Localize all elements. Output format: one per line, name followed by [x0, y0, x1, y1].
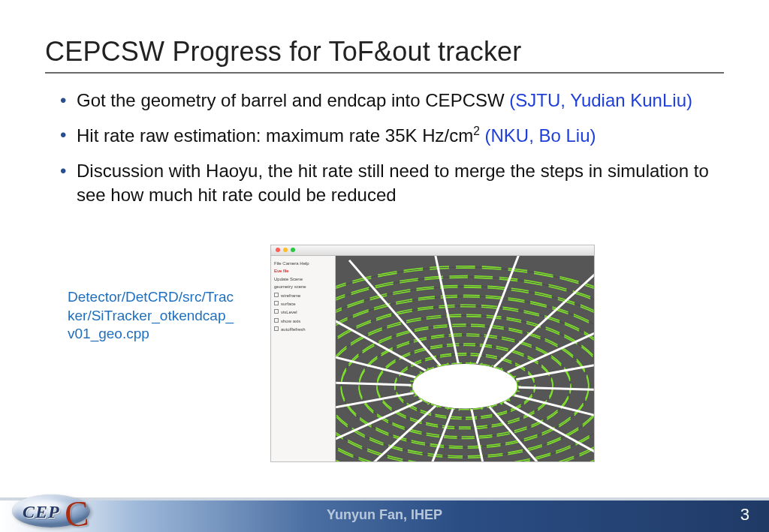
figure-sidebar: File Camera Help Eve file Update Scene g… — [271, 256, 336, 461]
svg-line-60 — [491, 365, 493, 367]
svg-line-46 — [427, 403, 430, 404]
bullet-item: Got the geometry of barrel and endcap in… — [60, 89, 724, 113]
svg-point-34 — [413, 364, 517, 409]
figure-viewport — [336, 256, 594, 461]
detector-svg — [336, 256, 594, 461]
sidebar-check-row: wireframe — [274, 293, 332, 299]
checkbox-icon — [274, 318, 279, 323]
footer: CEP C Yunyun Fan, IHEP 3 — [0, 493, 769, 532]
svg-line-81 — [508, 301, 594, 372]
sidebar-line: Update Scene — [274, 276, 332, 282]
svg-line-65 — [518, 387, 594, 393]
svg-line-64 — [516, 381, 520, 382]
footer-author: Yunyun Fan, IHEP — [0, 507, 769, 523]
figure-body: File Camera Help Eve file Update Scene g… — [271, 256, 594, 461]
svg-line-48 — [414, 395, 418, 396]
sidebar-line: Eve file — [274, 268, 332, 274]
svg-line-55 — [437, 365, 439, 367]
check-label: show axis — [281, 318, 300, 324]
svg-line-58 — [470, 362, 471, 364]
svg-line-43 — [459, 408, 460, 410]
checkbox-icon — [274, 301, 279, 305]
sidebar-check-row: visLevel — [274, 309, 332, 315]
svg-line-36 — [516, 391, 520, 392]
figure-titlebar — [271, 245, 594, 256]
sidebar-line: File Camera Help — [274, 260, 332, 266]
detector-figure: File Camera Help Eve file Update Scene g… — [270, 245, 595, 462]
svg-line-49 — [410, 391, 414, 392]
title-area: CEPCSW Progress for ToF&out tracker — [45, 36, 724, 74]
code-path-note: Detector/DetCRD/src/Tracker/SiTracker_ot… — [68, 288, 240, 344]
svg-line-73 — [336, 393, 414, 428]
sidebar-check-row: show axis — [274, 318, 332, 324]
bullet-text: Hit rate raw estimation: maximum rate 35… — [77, 125, 473, 146]
title-underline — [45, 72, 724, 74]
bullet-text-post — [480, 125, 485, 146]
check-label: wireframe — [281, 293, 300, 299]
bullet-credit: (SJTU, Yudian KunLiu) — [509, 90, 692, 110]
sidebar-line: geometry scene — [274, 284, 332, 290]
check-label: surface — [281, 301, 296, 307]
check-label: visLevel — [281, 309, 297, 315]
bullet-item: Hit rate raw estimation: maximum rate 35… — [60, 123, 724, 148]
svg-line-53 — [420, 371, 423, 373]
check-label: autoRefresh — [281, 326, 306, 332]
svg-line-82 — [516, 344, 594, 380]
svg-line-51 — [410, 381, 414, 382]
slide: CEPCSW Progress for ToF&out tracker Got … — [0, 0, 769, 532]
bullet-list: Got the geometry of barrel and endcap in… — [60, 89, 724, 218]
sidebar-check-row: surface — [274, 301, 332, 307]
checkbox-icon — [274, 309, 279, 314]
bullet-credit: (NKU, Bo Liu) — [485, 125, 596, 146]
bullet-item: Discussion with Haoyu, the hit rate stil… — [60, 159, 724, 208]
checkbox-icon — [274, 326, 279, 331]
sidebar-check-row: autoRefresh — [274, 326, 332, 332]
checkbox-icon — [274, 293, 279, 297]
svg-line-74 — [336, 379, 412, 385]
bullet-text: Discussion with Haoyu, the hit rate stil… — [77, 161, 709, 205]
slide-title: CEPCSW Progress for ToF&out tracker — [45, 36, 724, 68]
page-number: 3 — [740, 505, 749, 524]
superscript: 2 — [473, 125, 480, 137]
bullet-text: Got the geometry of barrel and endcap in… — [77, 90, 509, 110]
